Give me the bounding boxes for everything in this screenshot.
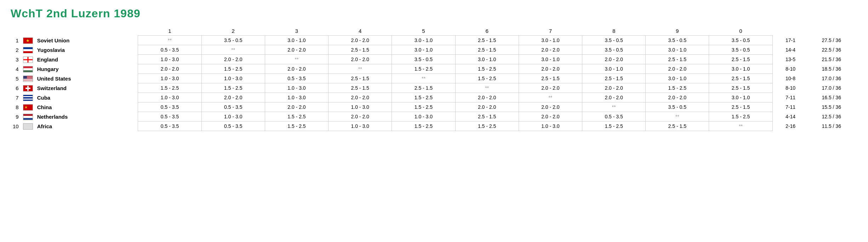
score-cell-6-8: 2.0 - 2.0 xyxy=(582,83,645,93)
score-cell-2-3: 2.0 - 2.0 xyxy=(265,45,328,55)
score-cell-2-7: 2.0 - 2.0 xyxy=(519,45,582,55)
score-cell-7-8: 2.0 - 2.0 xyxy=(582,93,645,102)
score-cell-4-5: 1.5 - 2.5 xyxy=(392,64,455,74)
score-cell-5-9: 3.0 - 1.0 xyxy=(646,74,709,83)
score-cell-5-1: 1.0 - 3.0 xyxy=(138,74,201,83)
table-row: 2Yugoslavia0.5 - 3.5**2.0 - 2.02.5 - 1.5… xyxy=(11,45,857,55)
table-row: 6Switzerland1.5 - 2.51.5 - 2.51.0 - 3.02… xyxy=(11,83,857,93)
score-cell-5-4: 2.5 - 1.5 xyxy=(329,74,392,83)
team-flag xyxy=(21,102,35,112)
score-cell-3-4: 2.0 - 2.0 xyxy=(329,55,392,64)
score-cell-8-8: ** xyxy=(582,102,645,112)
team-rank: 4 xyxy=(11,64,21,74)
col-header-0: 0 xyxy=(709,26,772,36)
score-cell-8-4: 1.0 - 3.0 xyxy=(329,102,392,112)
score-cell-5-5: ** xyxy=(392,74,455,83)
team-name: England xyxy=(35,55,138,64)
team-rank: 10 xyxy=(11,122,21,131)
score-cell-7-9: 2.0 - 2.0 xyxy=(646,93,709,102)
score-cell-7-2: 2.0 - 2.0 xyxy=(201,93,265,102)
team-wl: 8-10 xyxy=(772,83,806,93)
table-row: 9Netherlands0.5 - 3.51.0 - 3.01.5 - 2.52… xyxy=(11,112,857,122)
team-rank: 8 xyxy=(11,102,21,112)
team-pts: 27.5 / 36 xyxy=(806,36,857,45)
score-cell-5-7: 2.5 - 1.5 xyxy=(519,74,582,83)
score-cell-2-1: 0.5 - 3.5 xyxy=(138,45,201,55)
score-cell-10-7: 1.0 - 3.0 xyxy=(519,122,582,131)
score-cell-10-9: 2.5 - 1.5 xyxy=(646,122,709,131)
score-cell-6-1: 1.5 - 2.5 xyxy=(138,83,201,93)
col-header-1: 1 xyxy=(138,26,201,36)
team-pts: 18.5 / 36 xyxy=(806,64,857,74)
score-cell-8-9: 3.5 - 0.5 xyxy=(646,102,709,112)
team-pts: 16.5 / 36 xyxy=(806,93,857,102)
team-rank: 2 xyxy=(11,45,21,55)
score-cell-3-10: 2.5 - 1.5 xyxy=(709,55,772,64)
score-cell-10-5: 1.5 - 2.5 xyxy=(392,122,455,131)
score-cell-1-1: ** xyxy=(138,36,201,45)
score-cell-6-7: 2.0 - 2.0 xyxy=(519,83,582,93)
score-cell-8-2: 0.5 - 3.5 xyxy=(201,102,265,112)
score-cell-10-1: 0.5 - 3.5 xyxy=(138,122,201,131)
score-cell-8-5: 1.5 - 2.5 xyxy=(392,102,455,112)
team-flag xyxy=(21,36,35,45)
empty-header-right xyxy=(772,26,857,36)
score-cell-3-5: 3.5 - 0.5 xyxy=(392,55,455,64)
score-cell-3-2: 2.0 - 2.0 xyxy=(201,55,265,64)
score-cell-1-7: 3.0 - 1.0 xyxy=(519,36,582,45)
score-cell-8-3: 2.0 - 2.0 xyxy=(265,102,328,112)
team-name: Netherlands xyxy=(35,112,138,122)
col-header-5: 5 xyxy=(392,26,455,36)
team-pts: 11.5 / 36 xyxy=(806,122,857,131)
score-cell-4-1: 2.0 - 2.0 xyxy=(138,64,201,74)
score-cell-3-9: 2.5 - 1.5 xyxy=(646,55,709,64)
score-cell-7-1: 1.0 - 3.0 xyxy=(138,93,201,102)
score-cell-2-8: 3.5 - 0.5 xyxy=(582,45,645,55)
team-rank: 5 xyxy=(11,74,21,83)
score-cell-4-7: 2.0 - 2.0 xyxy=(519,64,582,74)
score-cell-6-3: 1.0 - 3.0 xyxy=(265,83,328,93)
table-row: 10Africa0.5 - 3.50.5 - 3.51.5 - 2.51.0 -… xyxy=(11,122,857,131)
team-wl: 2-16 xyxy=(772,122,806,131)
team-wl: 7-11 xyxy=(772,93,806,102)
team-flag xyxy=(21,83,35,93)
score-cell-6-2: 1.5 - 2.5 xyxy=(201,83,265,93)
score-cell-1-10: 3.5 - 0.5 xyxy=(709,36,772,45)
col-header-6: 6 xyxy=(455,26,519,36)
score-cell-4-9: 2.0 - 2.0 xyxy=(646,64,709,74)
table-row: 4Hungary2.0 - 2.01.5 - 2.52.0 - 2.0**1.5… xyxy=(11,64,857,74)
score-cell-7-10: 3.0 - 1.0 xyxy=(709,93,772,102)
score-cell-3-7: 3.0 - 1.0 xyxy=(519,55,582,64)
score-cell-6-6: ** xyxy=(455,83,519,93)
team-name: Yugoslavia xyxy=(35,45,138,55)
score-cell-5-2: 1.0 - 3.0 xyxy=(201,74,265,83)
score-cell-10-10: ** xyxy=(709,122,772,131)
score-cell-3-1: 1.0 - 3.0 xyxy=(138,55,201,64)
score-cell-3-3: ** xyxy=(265,55,328,64)
team-wl: 8-10 xyxy=(772,64,806,74)
team-pts: 15.5 / 36 xyxy=(806,102,857,112)
team-pts: 17.0 / 36 xyxy=(806,83,857,93)
team-name: Switzerland xyxy=(35,83,138,93)
team-name: Hungary xyxy=(35,64,138,74)
score-cell-1-3: 3.0 - 1.0 xyxy=(265,36,328,45)
team-rank: 3 xyxy=(11,55,21,64)
table-row: 8China0.5 - 3.50.5 - 3.52.0 - 2.01.0 - 3… xyxy=(11,102,857,112)
team-pts: 17.0 / 36 xyxy=(806,74,857,83)
table-row: 3England1.0 - 3.02.0 - 2.0**2.0 - 2.03.5… xyxy=(11,55,857,64)
col-header-8: 8 xyxy=(582,26,645,36)
score-cell-9-10: 1.5 - 2.5 xyxy=(709,112,772,122)
team-rank: 9 xyxy=(11,112,21,122)
team-flag xyxy=(21,74,35,83)
score-cell-1-9: 3.5 - 0.5 xyxy=(646,36,709,45)
team-flag xyxy=(21,93,35,102)
score-cell-9-6: 2.5 - 1.5 xyxy=(455,112,519,122)
team-wl: 17-1 xyxy=(772,36,806,45)
score-cell-5-8: 2.5 - 1.5 xyxy=(582,74,645,83)
score-cell-3-8: 2.0 - 2.0 xyxy=(582,55,645,64)
results-table: 1 2 3 4 5 6 7 8 9 0 1Soviet Union**3.5 -… xyxy=(11,26,857,131)
score-cell-4-8: 3.0 - 1.0 xyxy=(582,64,645,74)
score-cell-6-10: 2.5 - 1.5 xyxy=(709,83,772,93)
team-flag xyxy=(21,55,35,64)
score-cell-4-3: 2.0 - 2.0 xyxy=(265,64,328,74)
